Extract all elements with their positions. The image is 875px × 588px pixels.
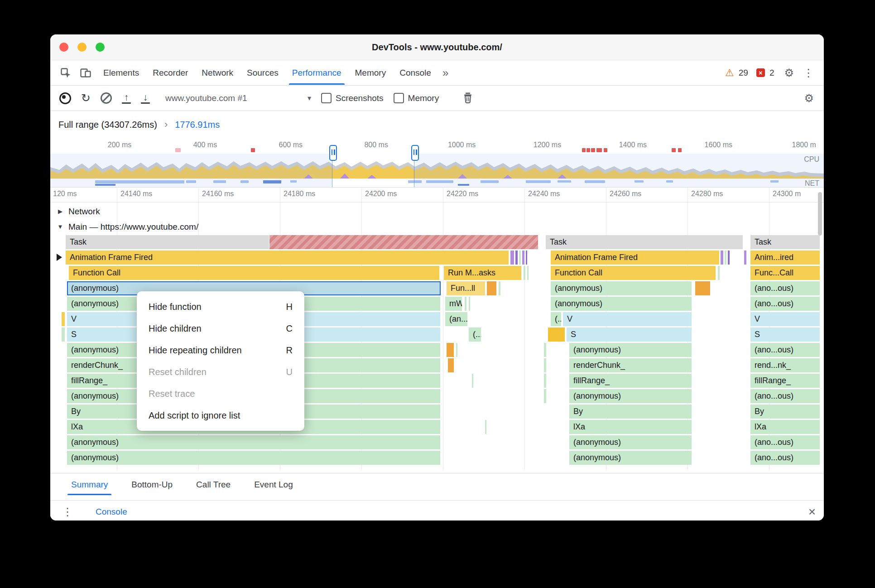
error-count[interactable]: 2 bbox=[769, 68, 774, 78]
flame-bar[interactable]: (ano...ous) bbox=[750, 281, 820, 295]
flame-bar[interactable]: Func...Call bbox=[750, 266, 820, 280]
screenshots-checkbox-group[interactable]: Screenshots bbox=[321, 93, 384, 103]
network-track-header[interactable]: ▶ Network bbox=[50, 204, 824, 219]
warning-icon[interactable]: ⚠ bbox=[725, 67, 734, 79]
flame-bar[interactable] bbox=[269, 235, 538, 249]
capture-settings-gear-icon[interactable]: ⚙ bbox=[802, 92, 816, 105]
flame-bar[interactable]: fillRange_ bbox=[569, 374, 692, 388]
flame-bar[interactable]: Fun...ll bbox=[447, 281, 486, 295]
flame-bar[interactable] bbox=[519, 251, 521, 265]
flame-bar[interactable]: (anonymous) bbox=[67, 435, 441, 449]
tab-elements[interactable]: Elements bbox=[96, 61, 146, 85]
flame-bar[interactable] bbox=[469, 297, 471, 311]
reload-and-record-icon[interactable]: ↻ bbox=[81, 92, 91, 104]
flame-bar[interactable]: S bbox=[567, 328, 692, 342]
flame-bar[interactable]: lXa bbox=[750, 420, 820, 434]
error-icon[interactable]: × bbox=[756, 68, 765, 77]
flame-bar[interactable]: Animation Frame Fired bbox=[551, 251, 720, 265]
flame-bar[interactable] bbox=[544, 343, 547, 357]
flame-bar[interactable]: (an...s) bbox=[445, 312, 468, 326]
collect-garbage-icon[interactable] bbox=[462, 92, 473, 105]
tab-recorder[interactable]: Recorder bbox=[146, 61, 195, 85]
flame-bar[interactable]: Anim...ired bbox=[750, 251, 820, 265]
selection-left-handle[interactable] bbox=[329, 145, 337, 161]
memory-checkbox[interactable] bbox=[394, 93, 404, 103]
expand-triangle-icon[interactable]: ▼ bbox=[57, 223, 64, 230]
inspect-element-icon[interactable] bbox=[57, 64, 75, 82]
flame-bar[interactable] bbox=[744, 251, 747, 265]
flame-bar[interactable] bbox=[544, 358, 547, 372]
flame-bar[interactable]: (ano...ous) bbox=[750, 451, 820, 465]
flame-bar[interactable] bbox=[544, 374, 547, 388]
flame-bar[interactable]: (ano...ous) bbox=[750, 297, 820, 311]
flame-bar[interactable]: renderChunk_ bbox=[569, 358, 692, 372]
detail-tab-event-log[interactable]: Event Log bbox=[249, 474, 298, 495]
detail-tab-summary[interactable]: Summary bbox=[66, 474, 113, 495]
breadcrumb-full-range[interactable]: Full range (34307.26ms) bbox=[58, 120, 157, 130]
flame-bar[interactable]: By bbox=[750, 405, 820, 419]
clear-recording-icon[interactable] bbox=[101, 92, 112, 104]
flame-bar[interactable] bbox=[510, 251, 514, 265]
flame-bar[interactable]: (anonymous) bbox=[569, 389, 692, 403]
flame-bar[interactable]: (ano...ous) bbox=[750, 389, 820, 403]
drawer-tab-console[interactable]: Console bbox=[92, 501, 131, 521]
flame-bar[interactable] bbox=[721, 251, 724, 265]
profile-history-select[interactable]: www.youtube.com #1 ▾ bbox=[165, 93, 311, 103]
flame-bar[interactable]: (anonymous) bbox=[569, 343, 692, 357]
detail-tab-bottom-up[interactable]: Bottom-Up bbox=[126, 474, 178, 495]
flame-bar[interactable] bbox=[485, 420, 487, 434]
save-profile-icon[interactable]: ↓ bbox=[141, 92, 150, 104]
flame-bar[interactable]: V bbox=[750, 312, 820, 326]
flame-bar[interactable] bbox=[515, 251, 518, 265]
breadcrumb-selected-range[interactable]: 1776.91ms bbox=[175, 120, 220, 130]
flame-bar[interactable]: (... bbox=[469, 328, 481, 342]
flame-bar[interactable]: rend...nk_ bbox=[750, 358, 820, 372]
flame-bar[interactable] bbox=[544, 389, 547, 403]
tab-network[interactable]: Network bbox=[195, 61, 240, 85]
tab-performance[interactable]: Performance bbox=[285, 61, 348, 85]
tab-console[interactable]: Console bbox=[393, 61, 438, 85]
tab-sources[interactable]: Sources bbox=[240, 61, 285, 85]
more-tabs-icon[interactable]: » bbox=[438, 67, 453, 79]
flame-bar[interactable]: (anonymous) bbox=[551, 297, 692, 311]
flame-bar[interactable] bbox=[527, 266, 529, 280]
menu-item-hide-function[interactable]: Hide functionH bbox=[137, 296, 304, 318]
flame-bar[interactable] bbox=[522, 251, 525, 265]
flame-bar[interactable]: (anonymous) bbox=[569, 451, 692, 465]
flame-bar[interactable]: Task bbox=[66, 235, 269, 249]
flame-bar[interactable] bbox=[548, 328, 565, 342]
flame-bar[interactable]: Function Call bbox=[69, 266, 440, 280]
flame-bar[interactable]: Run M...asks bbox=[444, 266, 522, 280]
flame-bar[interactable] bbox=[728, 251, 730, 265]
flame-bar[interactable] bbox=[448, 358, 454, 372]
selection-right-handle[interactable] bbox=[411, 145, 419, 161]
flame-bar[interactable]: mWa bbox=[445, 297, 462, 311]
flame-bar[interactable]: (anonymous) bbox=[67, 451, 441, 465]
flame-bar[interactable]: (anonymous) bbox=[551, 281, 692, 295]
flame-bar[interactable] bbox=[487, 281, 497, 295]
flame-bar[interactable]: (anonymous) bbox=[569, 435, 692, 449]
flame-bar[interactable] bbox=[695, 281, 711, 295]
flame-bar[interactable]: fillRange_ bbox=[750, 374, 820, 388]
flame-bar[interactable] bbox=[465, 297, 467, 311]
flame-bar[interactable]: V bbox=[563, 312, 692, 326]
detail-tab-call-tree[interactable]: Call Tree bbox=[191, 474, 236, 495]
minimize-window-button[interactable] bbox=[77, 43, 87, 52]
flame-bar[interactable]: Animation Frame Fired bbox=[66, 251, 509, 265]
menu-item-hide-children[interactable]: Hide childrenC bbox=[137, 318, 304, 339]
menu-item-hide-repeating-children[interactable]: Hide repeating childrenR bbox=[137, 339, 304, 361]
drawer-kebab-icon[interactable]: ⋮ bbox=[59, 506, 76, 518]
flame-bar[interactable]: (... bbox=[551, 312, 562, 326]
flame-bar[interactable] bbox=[499, 281, 501, 295]
flame-bar[interactable]: Task bbox=[546, 235, 743, 249]
close-window-button[interactable] bbox=[59, 43, 68, 52]
record-button[interactable] bbox=[59, 92, 71, 104]
flame-bar[interactable] bbox=[447, 343, 454, 357]
flame-bar[interactable] bbox=[725, 251, 727, 265]
flame-bar[interactable] bbox=[456, 343, 458, 357]
timeline-overview[interactable]: 200 ms400 ms600 ms800 ms1000 ms1200 ms14… bbox=[50, 138, 824, 188]
close-drawer-icon[interactable]: × bbox=[808, 506, 816, 518]
flame-bar[interactable] bbox=[62, 328, 65, 342]
flame-bar[interactable]: (ano...ous) bbox=[750, 343, 820, 357]
main-menu-kebab-icon[interactable]: ⋮ bbox=[800, 67, 817, 79]
